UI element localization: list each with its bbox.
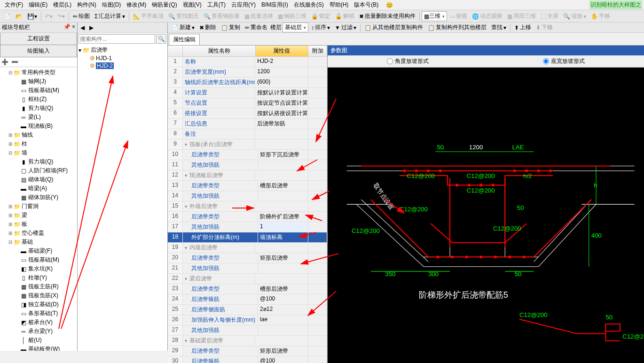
tree-node[interactable]: ⊟📁基础 <box>1 238 76 247</box>
save-icon[interactable]: 💾▾ <box>25 12 39 21</box>
new-file-icon[interactable]: 📄 <box>2 12 13 21</box>
menu-edit[interactable]: 编辑(E) <box>26 0 50 10</box>
menu-help[interactable]: 帮助(H) <box>327 0 352 10</box>
property-row[interactable]: 20后浇带类型矩形后浇带 <box>168 253 327 263</box>
view3d-combo[interactable]: ▦三维 <box>422 11 447 21</box>
full-screen-button[interactable]: ⛶全屏 <box>539 11 560 21</box>
tree-node[interactable]: ═承台梁(Y) <box>1 327 76 336</box>
property-row[interactable]: 24后浇带箍筋@100 <box>168 294 327 305</box>
remove-icon[interactable]: ➖ <box>11 59 18 65</box>
component-item[interactable]: ⚙ HJD-2 <box>79 62 166 70</box>
property-row[interactable]: 26加强筋伸入每侧长度(mm)lae <box>168 315 327 325</box>
rebar-3d-button[interactable]: ▦钢筋三维 <box>276 11 308 21</box>
tree-node[interactable]: ▯柱墩(Y) <box>1 273 76 282</box>
bird-view-button[interactable]: ▭俯视 <box>448 11 469 21</box>
menu-component[interactable]: 构件(N) <box>74 0 99 10</box>
tree-node[interactable]: ⊞📁门窗洞 <box>1 202 76 211</box>
property-row[interactable]: 11其他加强筋 <box>168 160 327 170</box>
opt-width[interactable]: 底宽放坡形式 <box>543 57 585 65</box>
level-button[interactable]: 📐平齐板顶 <box>131 11 165 21</box>
menu-bim[interactable]: BIM应用(I) <box>259 0 291 10</box>
tree-node[interactable]: ⊞📁板 <box>1 220 76 229</box>
property-row[interactable]: 18外扩部分顶标高(m)墙顶标高 <box>168 232 327 243</box>
property-row[interactable]: 22▾梁后浇带 <box>168 274 327 284</box>
draw-button[interactable]: ✏绘图 <box>71 11 92 21</box>
property-row[interactable]: 14其他加强筋 <box>168 191 327 201</box>
copy-to-button[interactable]: 📋复制构件到其他楼层 <box>426 23 488 32</box>
tab-draw-input[interactable]: 绘图输入 <box>0 45 77 57</box>
tree-node[interactable]: ▦筏板主筋(R) <box>1 282 76 291</box>
property-row[interactable]: 30后浇带箍筋@100 <box>168 356 327 363</box>
local-3d-button[interactable]: ▦局部三维 <box>505 11 538 21</box>
property-row[interactable]: 15▾外墙后浇带 <box>168 201 327 212</box>
property-row[interactable]: 21其他加强筋 <box>168 263 327 274</box>
menu-version[interactable]: 版本号(B) <box>351 0 381 10</box>
filter-button[interactable]: ▼过滤▾ <box>333 23 358 32</box>
zoom-button[interactable]: 🔍缩放▾ <box>561 11 588 21</box>
property-tab[interactable]: 属性编辑 <box>169 34 200 45</box>
tree-node[interactable]: ▯框柱(Z) <box>1 95 76 104</box>
menu-floor[interactable]: 楼层(L) <box>50 0 74 10</box>
component-type-tree[interactable]: ⊟📁常用构件类型▦轴网(J)▭筏板基础(M)▯框柱(Z)▮剪力墙(Q)═梁(L)… <box>0 67 77 351</box>
tree-node[interactable]: ⊟📁常用构件类型 <box>1 68 76 77</box>
property-row[interactable]: 25后浇带侧面筋2⌀12 <box>168 305 327 315</box>
pan-button[interactable]: ✋平移 <box>589 11 612 21</box>
tree-node[interactable]: ⊞📁柱 <box>1 139 76 148</box>
new-button[interactable]: 📄新建▾ <box>170 23 196 32</box>
tree-node[interactable]: ▬暗梁(A) <box>1 184 76 193</box>
property-row[interactable]: 13后浇带类型槽形后浇带 <box>168 181 327 191</box>
lock-button[interactable]: 🔒锁定 <box>309 11 332 21</box>
tree-node[interactable]: ⊟📁墙 <box>1 148 76 157</box>
property-row[interactable]: 28▾基础梁后浇带 <box>168 336 327 346</box>
tab-project-settings[interactable]: 工程设置 <box>0 33 77 45</box>
batch-select-button[interactable]: ▦批量选择 <box>243 11 275 21</box>
property-row[interactable]: 27其他加强筋 <box>168 325 327 336</box>
nav-right-icon[interactable]: ▶ <box>87 23 95 32</box>
property-row[interactable]: 1名称HJD-2 <box>168 57 327 67</box>
menu-online[interactable]: 在线服务(S) <box>291 0 327 10</box>
menu-file[interactable]: 文件(F) <box>2 0 26 10</box>
tree-node[interactable]: ▬基础梁(F) <box>1 247 76 255</box>
opt-angle[interactable]: 角度放坡形式 <box>387 57 429 65</box>
property-row[interactable]: 19▾内墙后浇带 <box>168 243 327 253</box>
tree-node[interactable]: ▦砌体加筋(Y) <box>1 193 76 202</box>
tree-node[interactable]: ⊞📁梁 <box>1 211 76 220</box>
menu-rebar[interactable]: 钢筋量(Q) <box>149 0 180 10</box>
tree-node[interactable]: ▭筏板基础(M) <box>1 255 76 264</box>
property-row[interactable]: 7汇总信息后浇带加筋 <box>168 119 327 129</box>
view-rebar-button[interactable]: 🔍查看钢筋量 <box>202 11 242 21</box>
tree-node[interactable]: ▮剪力墙(Q) <box>1 104 76 113</box>
panel-pin-icon[interactable]: 📌 × <box>63 23 75 31</box>
property-row[interactable]: 8备注 <box>168 129 327 139</box>
floor-combo[interactable]: 基础层 <box>283 23 308 32</box>
menu-cloud[interactable]: 云应用(Y) <box>228 0 259 10</box>
rename-button[interactable]: ✏重命名 <box>243 23 269 32</box>
move-up-button[interactable]: ⬆上移 <box>512 23 533 32</box>
tree-node[interactable]: ▮剪力墙(Q) <box>1 157 76 166</box>
property-row[interactable]: 3轴线距后浇带左边线距离(mm)(600) <box>168 77 327 88</box>
tree-node[interactable]: ▬现浇板(B) <box>1 122 76 131</box>
property-grid[interactable]: 属性名称 属性值 附加 1名称HJD-22后浇带宽度(mm)12003轴线距后浇… <box>168 46 328 363</box>
menu-tools[interactable]: 工具(T) <box>204 0 228 10</box>
tree-node[interactable]: ═梁(L) <box>1 113 76 122</box>
open-icon[interactable]: 📂 <box>14 12 24 21</box>
nav-left-icon[interactable]: ◀ <box>79 23 86 32</box>
menu-modify[interactable]: 修改(M) <box>124 0 149 10</box>
tree-node[interactable]: ▭筏板基础(M) <box>1 86 76 95</box>
add-icon[interactable]: ➕ <box>1 59 8 65</box>
tree-node[interactable]: ▬基础板带(W) <box>1 345 76 351</box>
redo-icon[interactable]: ↷▾ <box>55 12 67 21</box>
property-row[interactable]: 5节点设置按设定节点设置计算 <box>168 98 327 108</box>
search-button[interactable]: 查找▾ <box>489 23 508 32</box>
property-row[interactable]: 4计算设置按默认计算设置计算 <box>168 88 327 98</box>
move-down-button[interactable]: ⬇下移 <box>534 23 555 32</box>
unlock-button[interactable]: 🔓解锁 <box>333 11 356 21</box>
tree-node[interactable]: ▦轴网(J) <box>1 77 76 86</box>
tree-node[interactable]: ◧集水坑(K) <box>1 264 76 273</box>
sum-button[interactable]: Σ 汇总计算▾ <box>93 11 127 21</box>
property-row[interactable]: 10后浇带类型矩形下沉后浇带 <box>168 150 327 160</box>
component-tree[interactable]: ▾ 📁 后浇带 ⚙ HJD-1 ⚙ HJD-2 <box>78 45 167 70</box>
sort-button[interactable]: ↕排序▾ <box>309 23 332 32</box>
property-row[interactable]: 23后浇带类型槽形后浇带 <box>168 284 327 294</box>
tree-node[interactable]: ⊞📁轴线 <box>1 131 76 139</box>
